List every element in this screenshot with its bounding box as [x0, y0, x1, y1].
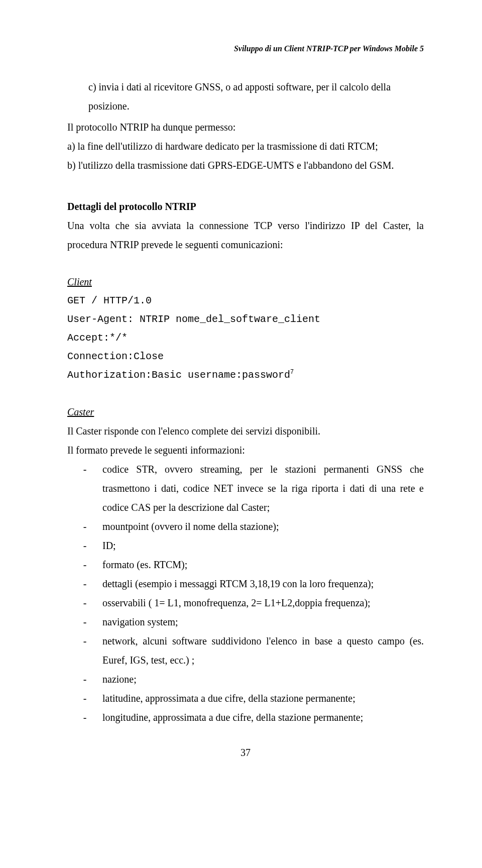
dash-list-item: -network, alcuni software suddividono l'…	[67, 631, 424, 670]
dash-list-item: -navigation system;	[67, 612, 424, 631]
dash-item-text: network, alcuni software suddividono l'e…	[102, 631, 424, 670]
list-marker-c: c)	[88, 81, 96, 92]
dash-item-text: formato (es. RTCM);	[102, 555, 424, 574]
code-line-1: GET / HTTP/1.0	[67, 291, 424, 310]
dash-item-text: codice STR, ovvero streaming, per le sta…	[102, 460, 424, 517]
dash-item-text: navigation system;	[102, 612, 424, 631]
dash-list-item: -nazione;	[67, 670, 424, 689]
dash-marker: -	[67, 460, 102, 517]
dash-item-text: latitudine, approssimata a due cifre, de…	[102, 689, 424, 708]
page-number: 37	[67, 747, 424, 758]
dash-item-text: osservabili ( 1= L1, monofrequenza, 2= L…	[102, 593, 424, 612]
dash-list-item: -codice STR, ovvero streaming, per le st…	[67, 460, 424, 517]
dash-marker: -	[67, 708, 102, 727]
list-marker-b: b)	[67, 160, 76, 171]
dash-list: -codice STR, ovvero streaming, per le st…	[67, 460, 424, 727]
dash-marker: -	[67, 536, 102, 555]
section-body: Una volta che sia avviata la connessione…	[67, 216, 424, 254]
list-marker-a: a)	[67, 141, 75, 152]
dash-list-item: -mountpoint (ovvero il nome della stazio…	[67, 517, 424, 536]
code-line-3: Accept:*/*	[67, 329, 424, 347]
running-header: Sviluppo di un Client NTRIP-TCP per Wind…	[67, 44, 424, 53]
code-line-2: User-Agent: NTRIP nome_del_software_clie…	[67, 310, 424, 329]
intro-line: Il protocollo NTRIP ha dunque permesso:	[67, 118, 424, 137]
dash-list-item: -osservabili ( 1= L1, monofrequenza, 2= …	[67, 593, 424, 612]
code-line-5: Authorization:Basic username:password7	[67, 366, 424, 384]
dash-marker: -	[67, 670, 102, 689]
dash-item-text: mountpoint (ovvero il nome della stazion…	[102, 517, 424, 536]
list-item-a: a) la fine dell'utilizzo di hardware ded…	[67, 137, 424, 156]
caster-label: Caster	[67, 402, 424, 421]
caster-body-2: Il formato prevede le seguenti informazi…	[67, 441, 424, 460]
dash-list-item: -dettagli (esempio i messaggi RTCM 3,18,…	[67, 574, 424, 593]
list-b-text: l'utilizzo della trasmissione dati GPRS-…	[78, 160, 394, 171]
dash-list-item: -latitudine, approssimata a due cifre, d…	[67, 689, 424, 708]
client-label: Client	[67, 272, 424, 291]
caster-body-1: Il Caster risponde con l'elenco complete…	[67, 421, 424, 441]
dash-marker: -	[67, 631, 102, 670]
dash-marker: -	[67, 555, 102, 574]
dash-item-text: nazione;	[102, 670, 424, 689]
dash-item-text: longitudine, approssimata a due cifre, d…	[102, 708, 424, 727]
dash-list-item: -longitudine, approssimata a due cifre, …	[67, 708, 424, 727]
dash-marker: -	[67, 593, 102, 612]
dash-marker: -	[67, 574, 102, 593]
dash-marker: -	[67, 517, 102, 536]
dash-item-text: ID;	[102, 536, 424, 555]
dash-marker: -	[67, 689, 102, 708]
code-line-4: Connection:Close	[67, 347, 424, 366]
page-container: Sviluppo di un Client NTRIP-TCP per Wind…	[0, 0, 482, 783]
dash-list-item: -ID;	[67, 536, 424, 555]
list-c-line1: invia i dati al ricevitore GNSS, o ad ap…	[99, 81, 391, 92]
section-heading: Dettagli del protocollo NTRIP	[67, 197, 424, 216]
list-item-b: b) l'utilizzo della trasmissione dati GP…	[67, 156, 424, 175]
footnote-ref-7: 7	[290, 369, 294, 376]
dash-list-item: -formato (es. RTCM);	[67, 555, 424, 574]
dash-marker: -	[67, 612, 102, 631]
list-item-c: c) invia i dati al ricevitore GNSS, o ad…	[67, 77, 424, 116]
list-c-line2: posizione.	[88, 96, 424, 116]
dash-item-text: dettagli (esempio i messaggi RTCM 3,18,1…	[102, 574, 424, 593]
list-a-text: la fine dell'utilizzo di hardware dedica…	[78, 141, 378, 152]
